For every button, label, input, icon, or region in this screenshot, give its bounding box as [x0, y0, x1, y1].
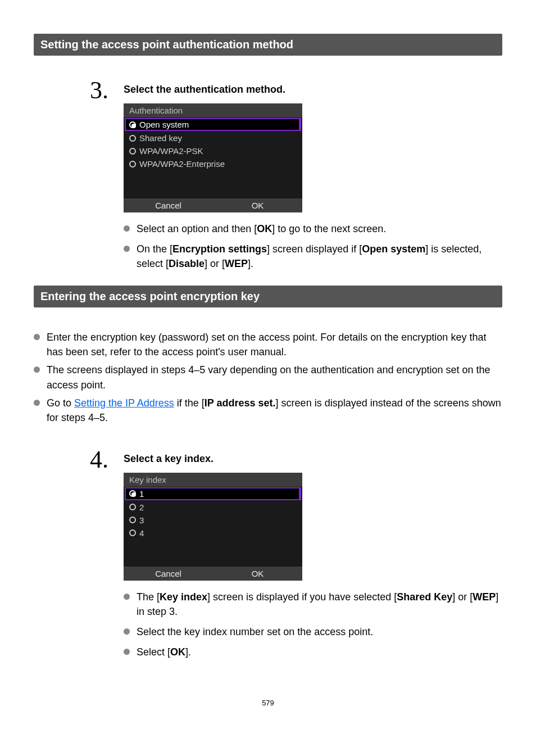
option-label: 3 — [139, 515, 144, 525]
t: IP address set. — [205, 397, 276, 409]
radio-selected-icon — [129, 121, 136, 128]
ok-button[interactable]: OK — [213, 567, 302, 581]
note-item: Select [OK]. — [124, 645, 502, 659]
option-label: 2 — [139, 503, 144, 512]
key-index-screen: Key index 1 2 3 4 Cancel OK — [124, 473, 302, 581]
t: WEP — [225, 258, 248, 269]
intro-item: Go to Setting the IP Address if the [IP … — [34, 396, 502, 425]
t: Open system — [362, 243, 425, 255]
step4-notes: The [Key index] screen is displayed if y… — [124, 590, 502, 659]
t: Encryption settings — [172, 243, 267, 255]
t: Select an option and then [ — [137, 223, 257, 234]
step-title: Select a key index. — [124, 453, 502, 465]
option-key-1[interactable]: 1 — [125, 487, 301, 500]
screen-spacer — [124, 170, 302, 198]
radio-selected-icon — [129, 490, 136, 497]
setting-ip-address-link[interactable]: Setting the IP Address — [74, 397, 174, 409]
section2-intro: Enter the encryption key (password) set … — [34, 330, 502, 425]
step3-notes: Select an option and then [OK] to go to … — [124, 221, 502, 271]
step-body: Select the authentication method. Authen… — [124, 78, 502, 277]
radio-empty-icon — [129, 161, 136, 168]
bullet-icon — [124, 246, 130, 252]
radio-empty-icon — [129, 135, 136, 142]
bullet-icon — [124, 594, 130, 600]
note-text: On the [Encryption settings] screen disp… — [137, 242, 502, 271]
t: if the [ — [174, 397, 205, 409]
authentication-screen: Authentication Open system Shared key WP… — [124, 103, 302, 212]
option-key-2[interactable]: 2 — [124, 501, 302, 514]
note-item: The [Key index] screen is displayed if y… — [124, 590, 502, 619]
option-wpa-psk[interactable]: WPA/WPA2-PSK — [124, 144, 302, 157]
radio-empty-icon — [129, 517, 136, 523]
option-label: WPA/WPA2-Enterprise — [139, 159, 225, 169]
page-number: 579 — [34, 699, 502, 707]
intro-item: The screens displayed in steps 4–5 vary … — [34, 363, 502, 392]
option-wpa-enterprise[interactable]: WPA/WPA2-Enterprise — [124, 157, 302, 170]
intro-text: The screens displayed in steps 4–5 vary … — [47, 363, 502, 392]
step-number: 4. — [90, 447, 112, 472]
step-body: Select a key index. Key index 1 2 3 4 Ca… — [124, 447, 502, 665]
t: ] or [ — [205, 258, 225, 269]
t: ]. — [185, 646, 191, 658]
radio-empty-icon — [129, 529, 136, 536]
note-item: Select an option and then [OK] to go to … — [124, 221, 502, 236]
cancel-button[interactable]: Cancel — [124, 567, 213, 581]
radio-empty-icon — [129, 148, 136, 155]
t: Disable — [169, 258, 205, 269]
t: The [ — [137, 591, 160, 603]
t: Select [ — [137, 646, 170, 658]
note-text: Select [OK]. — [137, 645, 191, 659]
section-banner-encryption: Entering the access point encryption key — [34, 286, 502, 307]
intro-text: Enter the encryption key (password) set … — [47, 330, 502, 359]
option-key-4[interactable]: 4 — [124, 527, 302, 540]
t: On the [ — [137, 243, 172, 255]
option-label: WPA/WPA2-PSK — [139, 146, 203, 156]
section-banner-auth: Setting the access point authentication … — [34, 34, 502, 56]
cancel-button[interactable]: Cancel — [124, 198, 213, 212]
bullet-icon — [124, 225, 130, 232]
option-label: Open system — [139, 120, 189, 129]
step-4: 4. Select a key index. Key index 1 2 3 4 — [90, 447, 502, 665]
bullet-icon — [34, 366, 40, 373]
intro-item: Enter the encryption key (password) set … — [34, 330, 502, 359]
screen-buttons: Cancel OK — [124, 567, 302, 581]
option-shared-key[interactable]: Shared key — [124, 132, 302, 144]
screen-spacer — [124, 540, 302, 567]
intro-text: Go to Setting the IP Address if the [IP … — [47, 396, 502, 425]
option-key-3[interactable]: 3 — [124, 514, 302, 527]
option-label: 4 — [139, 528, 144, 538]
option-open-system[interactable]: Open system — [125, 118, 301, 131]
t: ] screen is displayed if you have select… — [207, 591, 397, 603]
t: OK — [170, 646, 185, 658]
t: ] to go to the next screen. — [272, 223, 386, 234]
note-text: The [Key index] screen is displayed if y… — [137, 590, 502, 619]
note-text: Select an option and then [OK] to go to … — [137, 221, 386, 236]
t: ] or [ — [452, 591, 473, 603]
t: Shared Key — [397, 591, 452, 603]
bullet-icon — [124, 628, 130, 635]
radio-empty-icon — [129, 504, 136, 510]
t: WEP — [473, 591, 496, 603]
step-3: 3. Select the authentication method. Aut… — [90, 78, 502, 277]
t: ]. — [248, 258, 253, 269]
t: OK — [257, 223, 272, 234]
note-text: Select the key index number set on the a… — [137, 624, 373, 639]
bullet-icon — [34, 400, 40, 406]
option-label: Shared key — [139, 133, 182, 143]
bullet-icon — [124, 649, 130, 655]
screen-header: Authentication — [124, 103, 302, 117]
step-number: 3. — [90, 78, 112, 103]
t: ] screen displayed if [ — [267, 243, 362, 255]
note-item: On the [Encryption settings] screen disp… — [124, 242, 502, 271]
step-title: Select the authentication method. — [124, 84, 502, 96]
note-item: Select the key index number set on the a… — [124, 624, 502, 639]
screen-header: Key index — [124, 473, 302, 487]
t: Go to — [47, 397, 74, 409]
ok-button[interactable]: OK — [213, 198, 302, 212]
t: Key index — [160, 591, 207, 603]
screen-buttons: Cancel OK — [124, 198, 302, 212]
bullet-icon — [34, 334, 40, 340]
option-label: 1 — [139, 489, 144, 499]
